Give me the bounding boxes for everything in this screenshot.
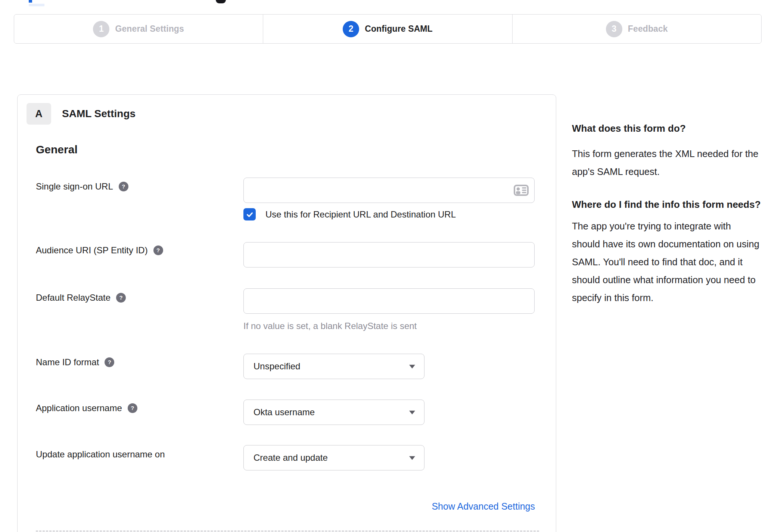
update-username-select[interactable]: Create and update	[243, 445, 424, 470]
app-username-select[interactable]: Okta username	[243, 400, 424, 425]
help-heading-2: Where do I find the info this form needs…	[572, 195, 761, 213]
section-header: A SAML Settings	[27, 103, 136, 125]
step-label: Feedback	[628, 24, 668, 34]
general-heading: General	[36, 143, 78, 156]
help-sidebar: What does this form do? This form genera…	[572, 122, 761, 307]
update-username-label: Update application username on	[36, 448, 165, 460]
cutoff-blue-faint-mark	[29, 4, 44, 6]
help-icon[interactable]: ?	[105, 357, 114, 367]
recipient-url-checkbox-row: Use this for Recipient URL and Destinati…	[243, 208, 456, 220]
step-general-settings[interactable]: 1 General Settings	[14, 15, 263, 43]
chevron-down-icon	[409, 365, 415, 369]
relaystate-helper-text: If no value is set, a blank RelayState i…	[243, 321, 417, 331]
relaystate-label: Default RelayState	[36, 292, 111, 304]
help-icon[interactable]: ?	[116, 293, 126, 303]
saml-settings-panel: A SAML Settings General Single sign-on U…	[17, 94, 556, 532]
step-feedback[interactable]: 3 Feedback	[512, 15, 761, 43]
audience-uri-input[interactable]	[243, 242, 535, 267]
update-username-label-row: Update application username on	[36, 448, 165, 460]
nameid-format-label-row: Name ID format ?	[36, 356, 114, 368]
nameid-format-value: Unspecified	[253, 361, 300, 372]
chevron-down-icon	[409, 456, 415, 460]
help-icon[interactable]: ?	[119, 182, 128, 191]
relaystate-input[interactable]	[243, 288, 535, 314]
help-icon[interactable]: ?	[153, 245, 163, 255]
cutoff-blue-mark	[29, 0, 32, 3]
recipient-url-checkbox[interactable]	[243, 208, 256, 220]
show-advanced-settings-link[interactable]: Show Advanced Settings	[432, 501, 535, 512]
update-username-value: Create and update	[253, 453, 328, 463]
step-number-badge: 2	[343, 21, 359, 37]
contact-card-icon[interactable]	[514, 185, 529, 196]
section-title: SAML Settings	[62, 108, 136, 120]
app-username-value: Okta username	[253, 407, 315, 417]
recipient-url-checkbox-label: Use this for Recipient URL and Destinati…	[265, 209, 456, 220]
cutoff-logo-bottom	[216, 0, 226, 3]
relaystate-label-row: Default RelayState ?	[36, 292, 126, 304]
chevron-down-icon	[409, 411, 415, 414]
sso-url-input-wrap	[243, 178, 535, 203]
step-configure-saml[interactable]: 2 Configure SAML	[263, 15, 512, 43]
sso-url-label-row: Single sign-on URL ?	[36, 181, 128, 193]
help-icon[interactable]: ?	[128, 403, 137, 413]
help-heading-1: What does this form do?	[572, 122, 761, 135]
section-badge: A	[27, 103, 51, 125]
help-paragraph-2: The app you're trying to integrate with …	[572, 217, 761, 307]
step-label: General Settings	[115, 24, 184, 34]
step-number-badge: 3	[606, 21, 622, 37]
help-paragraph-1: This form generates the XML needed for t…	[572, 145, 761, 181]
nameid-format-select[interactable]: Unspecified	[243, 354, 424, 379]
wizard-stepper: 1 General Settings 2 Configure SAML 3 Fe…	[14, 14, 762, 44]
sso-url-label: Single sign-on URL	[36, 181, 113, 193]
app-username-label-row: Application username ?	[36, 402, 137, 414]
step-label: Configure SAML	[365, 24, 433, 34]
nameid-format-label: Name ID format	[36, 356, 99, 368]
audience-uri-label: Audience URI (SP Entity ID)	[36, 244, 148, 256]
sso-url-input[interactable]	[243, 178, 535, 203]
section-dashed-divider	[36, 531, 539, 532]
audience-uri-label-row: Audience URI (SP Entity ID) ?	[36, 244, 163, 256]
app-username-label: Application username	[36, 402, 122, 414]
step-number-badge: 1	[93, 21, 109, 37]
